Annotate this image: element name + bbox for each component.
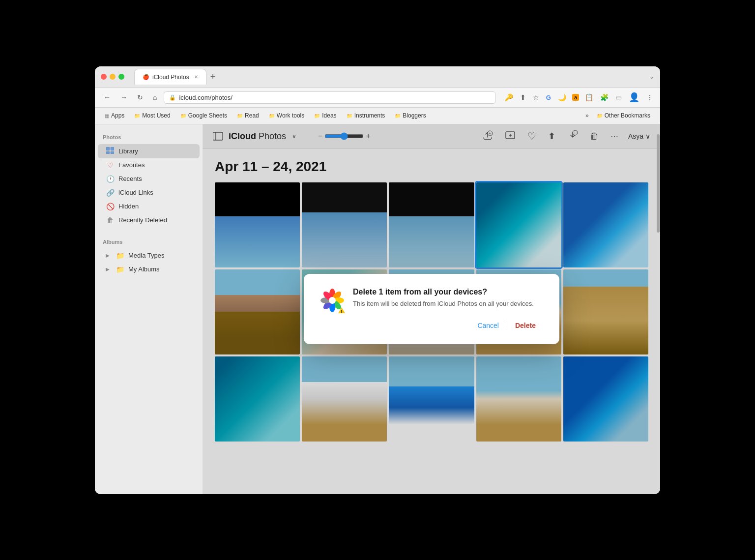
sidebar-item-icloud-links[interactable]: 🔗 iCloud Links [98,186,200,200]
sidebar-item-library[interactable]: Library [98,144,200,158]
bookmark-work-tools[interactable]: 📁 Work tools [265,111,308,120]
minimize-button[interactable] [110,74,116,80]
icloud-links-icon: 🔗 [106,189,115,197]
albums-section-title: Albums [95,235,203,249]
star-button[interactable]: ☆ [532,92,540,102]
svg-rect-3 [111,151,114,154]
new-tab-button[interactable]: + [210,72,216,82]
bookmark-google-sheets-label: Google Sheets [188,112,227,119]
svg-rect-2 [106,151,110,154]
delete-dialog: ! Delete 1 item from all your devices? T… [304,274,559,344]
browser-window: 🍎 iCloud Photos ✕ + ⌄ ← → ↻ ⌂ 🔒 icloud.c… [95,66,660,494]
library-icon [106,147,115,155]
hidden-label: Hidden [118,203,139,210]
favorites-label: Favorites [118,161,145,169]
ideas-icon: 📁 [314,113,320,118]
bloggers-icon: 📁 [395,113,401,118]
extensions-button[interactable]: 🧩 [599,92,610,102]
main-area: Photos Library ♡ Favorites 🕐 [95,124,660,494]
back-button[interactable]: ← [101,91,114,103]
tab-title: iCloud Photos [152,74,189,81]
instruments-icon: 📁 [347,113,352,118]
tab-menu-button[interactable]: ⌄ [649,73,654,80]
sidebar-item-my-albums[interactable]: ▶ 📁 My Albums [98,263,200,276]
close-button[interactable] [101,74,107,80]
address-bar[interactable]: 🔒 icloud.com/photos/ [164,91,495,104]
sidebar-toggle-nav[interactable]: ▭ [614,92,623,102]
translate-button[interactable]: G [545,93,552,102]
other-bookmarks-icon: 📁 [597,113,603,118]
sidebar-item-hidden[interactable]: 🚫 Hidden [98,200,200,213]
tab-bar: 🍎 iCloud Photos ✕ + [134,69,645,85]
svg-text:!: ! [341,309,342,314]
my-albums-expand-icon: ▶ [106,266,110,272]
bookmark-bloggers[interactable]: 📁 Bloggers [391,111,430,120]
svg-rect-0 [106,147,110,150]
active-tab[interactable]: 🍎 iCloud Photos ✕ [134,69,206,85]
content-area: iCloud Photos ∨ − + + [203,124,660,494]
delete-button[interactable]: Delete [507,319,544,332]
svg-rect-1 [111,147,114,150]
favorites-icon: ♡ [106,161,115,169]
title-bar: 🍎 iCloud Photos ✕ + ⌄ [95,66,660,88]
key-icon[interactable]: 🔑 [504,92,514,102]
bookmarks-more-label: » [585,112,589,119]
media-types-label: Media Types [128,252,164,259]
maximize-button[interactable] [118,74,124,80]
bookmark-instruments-label: Instruments [354,112,385,119]
library-label: Library [118,147,138,155]
bookmark-bloggers-label: Bloggers [403,112,426,119]
bookmark-apps[interactable]: ▦ Apps [101,111,128,120]
bookmarks-bar: ▦ Apps 📁 Most Used 📁 Google Sheets 📁 Rea… [95,108,660,124]
media-types-icon: 📁 [116,252,124,260]
nav-bar: ← → ↻ ⌂ 🔒 icloud.com/photos/ 🔑 ⬆ ☆ G 🌙 a… [95,88,660,108]
forward-button[interactable]: → [117,91,130,103]
arc-button[interactable]: 🌙 [557,92,567,102]
media-types-expand-icon: ▶ [106,253,110,258]
google-sheets-icon: 📁 [180,113,186,118]
cancel-button[interactable]: Cancel [469,319,507,332]
bookmarks-more-button[interactable]: » [585,112,589,119]
bookmark-ideas-label: Ideas [322,112,336,119]
reload-button[interactable]: ↻ [134,91,146,103]
tab-favicon: 🍎 [143,74,149,80]
bookmark-work-tools-label: Work tools [277,112,304,119]
photos-section-title: Photos [95,134,203,144]
bookmark-other[interactable]: 📁 Other Bookmarks [593,111,654,120]
home-button[interactable]: ⌂ [150,91,160,103]
bookmark-read[interactable]: 📁 Read [233,111,263,120]
recently-deleted-icon: 🗑 [106,216,115,224]
most-used-icon: 📁 [134,113,140,118]
sidebar-item-recents[interactable]: 🕐 Recents [98,172,200,186]
avatar-button[interactable]: 👤 [628,91,640,104]
focusplan-button[interactable]: 📋 [584,92,594,102]
dialog-icon: ! [319,288,345,313]
hidden-icon: 🚫 [106,203,115,210]
more-nav-button[interactable]: ⋮ [645,92,654,102]
amazon-button[interactable]: a [572,94,579,101]
bookmark-apps-label: Apps [111,112,124,119]
share-nav-button[interactable]: ⬆ [519,92,527,102]
bookmark-instruments[interactable]: 📁 Instruments [343,111,389,120]
recents-icon: 🕐 [106,175,115,183]
traffic-lights [101,74,124,80]
dialog-title: Delete 1 item from all your devices? [353,288,544,296]
icloud-links-label: iCloud Links [118,189,153,196]
tab-close-icon[interactable]: ✕ [194,74,198,80]
sidebar-item-recently-deleted[interactable]: 🗑 Recently Deleted [98,213,200,227]
sidebar-item-media-types[interactable]: ▶ 📁 Media Types [98,249,200,263]
svg-point-21 [329,297,336,304]
other-bookmarks-label: Other Bookmarks [605,112,650,119]
bookmark-read-label: Read [245,112,259,119]
bookmark-most-used-label: Most Used [142,112,170,119]
dialog-body: Delete 1 item from all your devices? Thi… [353,288,544,332]
sidebar-item-favorites[interactable]: ♡ Favorites [98,158,200,172]
my-albums-label: My Albums [128,265,160,273]
bookmark-google-sheets[interactable]: 📁 Google Sheets [176,111,231,120]
bookmark-most-used[interactable]: 📁 Most Used [130,111,174,120]
dialog-actions: Cancel Delete [353,319,544,332]
sidebar: Photos Library ♡ Favorites 🕐 [95,124,203,494]
work-tools-icon: 📁 [269,113,275,118]
bookmark-ideas[interactable]: 📁 Ideas [310,111,340,120]
lock-icon: 🔒 [169,94,176,101]
